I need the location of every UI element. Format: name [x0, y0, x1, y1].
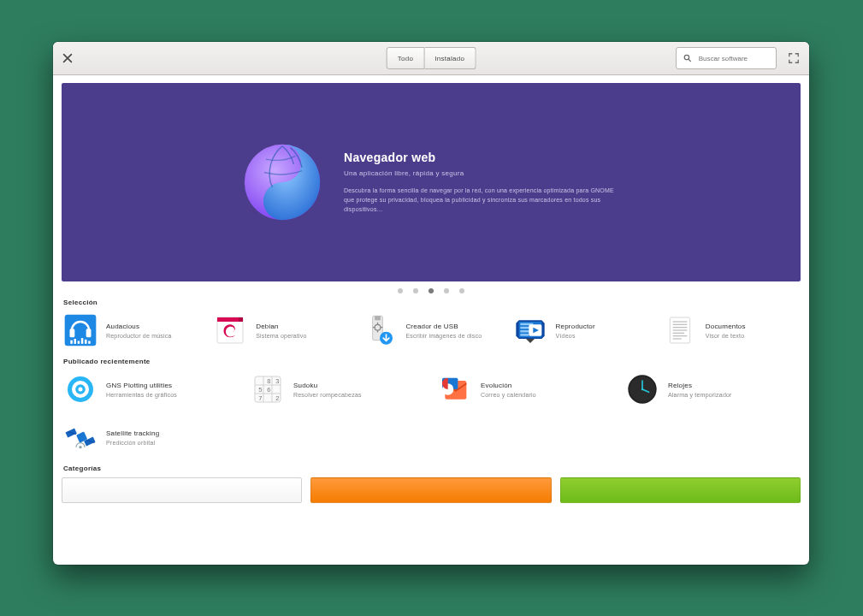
usb-writer-icon [363, 313, 397, 347]
svg-rect-23 [520, 334, 529, 336]
svg-rect-6 [70, 341, 73, 344]
app-desc: Visor de texto [706, 333, 746, 339]
satellite-icon [63, 420, 98, 454]
app-card[interactable]: Evolución Correo y calendario [436, 369, 613, 410]
app-desc: Vídeos [556, 333, 595, 339]
category-tile-0[interactable] [62, 477, 302, 503]
search-input[interactable] [697, 54, 769, 63]
debian-icon [213, 313, 247, 347]
pager-dot-4[interactable] [459, 288, 464, 293]
recent-grid: GNS Plotting utilities Herramientas de g… [62, 369, 801, 410]
app-desc: Sistema operativo [256, 333, 306, 339]
app-desc: Herramientas de gráficos [106, 392, 177, 398]
svg-point-61 [79, 446, 81, 448]
svg-text:2: 2 [275, 394, 279, 402]
pager-dot-2[interactable] [429, 288, 434, 293]
app-window: Todo Instalado [53, 42, 809, 565]
svg-rect-11 [88, 341, 91, 344]
recent-grid-2: Satellite tracking Predicción orbital [62, 417, 801, 458]
close-icon [62, 52, 74, 64]
app-name: GNS Plotting utilities [106, 382, 177, 389]
choice-grid: Audacious Reproductor de música Debian S… [62, 310, 801, 351]
categories-row [62, 477, 801, 503]
section-title-choice: Selección [63, 299, 801, 306]
featured-title: Navegador web [344, 151, 618, 164]
app-name: Reproductor [556, 323, 595, 330]
app-name: Relojes [668, 382, 732, 389]
svg-text:3: 3 [275, 377, 279, 385]
document-icon [663, 313, 697, 347]
featured-description: Descubra la forma sencilla de navegar po… [344, 186, 618, 215]
svg-point-55 [641, 388, 644, 391]
svg-rect-7 [74, 339, 77, 344]
target-icon [63, 372, 98, 406]
svg-text:6: 6 [267, 386, 270, 394]
tab-all[interactable]: Todo [387, 47, 425, 69]
featured-subtitle: Una aplicación libre, rápida y segura [344, 169, 618, 177]
expand-icon [788, 52, 800, 64]
search-icon [683, 53, 692, 63]
svg-text:7: 7 [258, 394, 262, 402]
app-desc: Alarma y temporizador [668, 392, 732, 398]
app-name: Documentos [706, 323, 746, 330]
svg-rect-3 [65, 315, 97, 346]
featured-app-icon [241, 141, 323, 223]
pager-dot-0[interactable] [398, 288, 403, 293]
app-card[interactable]: 8 3 5 6 7 2 Sudoku Resolver rompecabezas [249, 369, 426, 410]
app-name: Sudoku [293, 382, 362, 389]
featured-banner[interactable]: Navegador web Una aplicación libre, rápi… [62, 83, 801, 281]
app-card[interactable]: Satellite tracking Predicción orbital [62, 417, 201, 458]
fullscreen-button[interactable] [783, 48, 804, 68]
svg-rect-4 [70, 329, 75, 337]
category-tile-2[interactable] [560, 477, 801, 503]
category-tile-1[interactable] [310, 477, 551, 503]
svg-text:8: 8 [267, 377, 270, 385]
content-area: Navegador web Una aplicación libre, rápi… [53, 74, 809, 565]
section-title-categories: Categorías [63, 465, 801, 472]
app-card[interactable]: Debian Sistema operativo [211, 310, 351, 351]
headphones-icon [63, 313, 98, 347]
carousel-pager [62, 288, 801, 293]
clock-icon [625, 372, 659, 406]
app-desc: Resolver rompecabezas [293, 392, 362, 398]
globe-yin-yang-icon [241, 141, 323, 223]
view-switcher: Todo Instalado [387, 47, 476, 69]
app-card[interactable]: Reproductor Vídeos [511, 310, 651, 351]
svg-text:5: 5 [258, 386, 262, 394]
mail-icon [438, 372, 472, 406]
svg-rect-9 [81, 338, 84, 344]
app-name: Creador de USB [405, 323, 482, 330]
app-card[interactable]: Creador de USB Escribir imágenes de disc… [361, 310, 500, 351]
section-title-recent: Publicado recientemente [63, 358, 801, 365]
video-player-icon [513, 313, 547, 347]
app-card[interactable]: Documentos Visor de texto [661, 310, 801, 351]
app-desc: Escribir imágenes de disco [405, 333, 482, 339]
close-button[interactable] [53, 42, 82, 74]
app-name: Audacious [106, 323, 172, 330]
app-desc: Reproductor de música [106, 333, 172, 339]
app-desc: Correo y calendario [481, 392, 536, 398]
pager-dot-1[interactable] [413, 288, 418, 293]
sudoku-icon: 8 3 5 6 7 2 [251, 372, 285, 406]
tab-installed[interactable]: Instalado [424, 47, 476, 69]
app-name: Debian [256, 323, 306, 330]
svg-rect-5 [86, 329, 92, 337]
app-desc: Predicción orbital [106, 440, 159, 446]
svg-rect-10 [85, 340, 87, 344]
search-field[interactable] [676, 47, 777, 69]
svg-rect-8 [78, 341, 80, 344]
headerbar: Todo Instalado [53, 42, 809, 75]
svg-line-1 [689, 59, 690, 61]
svg-rect-16 [375, 316, 381, 320]
app-card[interactable]: Audacious Reproductor de música [62, 310, 201, 351]
pager-dot-3[interactable] [444, 288, 449, 293]
featured-text: Navegador web Una aplicación libre, rápi… [344, 151, 618, 215]
app-card[interactable]: Relojes Alarma y temporizador [624, 369, 801, 410]
app-card[interactable]: GNS Plotting utilities Herramientas de g… [62, 369, 239, 410]
svg-point-36 [79, 388, 83, 392]
svg-rect-14 [239, 317, 243, 322]
app-name: Satellite tracking [106, 429, 159, 437]
app-name: Evolución [481, 382, 536, 389]
